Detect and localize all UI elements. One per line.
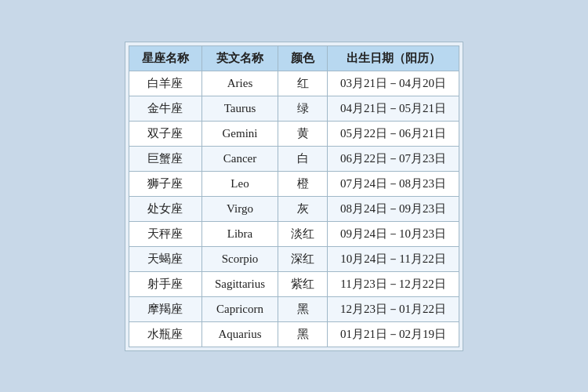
cell-color: 绿 [278, 96, 328, 121]
cell-dates: 01月21日－02月19日 [328, 321, 459, 347]
cell-dates: 07月24日－08月23日 [328, 171, 459, 196]
table-row: 天秤座Libra淡红09月24日－10月23日 [129, 221, 459, 246]
cell-dates: 11月23日－12月22日 [328, 271, 459, 296]
cell-dates: 06月22日－07月23日 [328, 146, 459, 171]
cell-dates: 09月24日－10月23日 [328, 221, 459, 246]
table-row: 水瓶座Aquarius黑01月21日－02月19日 [129, 321, 459, 347]
table-row: 处女座Virgo灰08月24日－09月23日 [129, 196, 459, 221]
col-header-english: 英文名称 [201, 45, 278, 71]
cell-chinese: 摩羯座 [129, 296, 201, 321]
cell-color: 黑 [278, 296, 328, 321]
cell-color: 白 [278, 146, 328, 171]
cell-color: 红 [278, 71, 328, 96]
cell-english: Scorpio [201, 246, 278, 271]
cell-chinese: 天秤座 [129, 221, 201, 246]
cell-color: 深红 [278, 246, 328, 271]
zodiac-table-container: 星座名称 英文名称 颜色 出生日期（阳历） 白羊座Aries红03月21日－04… [125, 42, 463, 351]
table-row: 摩羯座Capricorn黑12月23日－01月22日 [129, 296, 459, 321]
cell-color: 黄 [278, 121, 328, 146]
table-row: 天蝎座Scorpio深红10月24日－11月22日 [129, 246, 459, 271]
cell-dates: 10月24日－11月22日 [328, 246, 459, 271]
cell-color: 黑 [278, 321, 328, 347]
cell-chinese: 双子座 [129, 121, 201, 146]
cell-color: 紫红 [278, 271, 328, 296]
col-header-dates: 出生日期（阳历） [328, 45, 459, 71]
cell-color: 橙 [278, 171, 328, 196]
table-row: 双子座Gemini黄05月22日－06月21日 [129, 121, 459, 146]
table-row: 射手座Sagittarius紫红11月23日－12月22日 [129, 271, 459, 296]
table-row: 巨蟹座Cancer白06月22日－07月23日 [129, 146, 459, 171]
cell-dates: 08月24日－09月23日 [328, 196, 459, 221]
cell-chinese: 金牛座 [129, 96, 201, 121]
cell-dates: 03月21日－04月20日 [328, 71, 459, 96]
cell-english: Aries [201, 71, 278, 96]
table-row: 白羊座Aries红03月21日－04月20日 [129, 71, 459, 96]
cell-english: Taurus [201, 96, 278, 121]
zodiac-table: 星座名称 英文名称 颜色 出生日期（阳历） 白羊座Aries红03月21日－04… [129, 45, 459, 347]
table-row: 金牛座Taurus绿04月21日－05月21日 [129, 96, 459, 121]
cell-english: Gemini [201, 121, 278, 146]
col-header-chinese: 星座名称 [129, 45, 201, 71]
cell-dates: 12月23日－01月22日 [328, 296, 459, 321]
cell-chinese: 天蝎座 [129, 246, 201, 271]
cell-dates: 04月21日－05月21日 [328, 96, 459, 121]
cell-english: Libra [201, 221, 278, 246]
cell-color: 淡红 [278, 221, 328, 246]
col-header-color: 颜色 [278, 45, 328, 71]
cell-english: Sagittarius [201, 271, 278, 296]
cell-chinese: 狮子座 [129, 171, 201, 196]
cell-chinese: 白羊座 [129, 71, 201, 96]
cell-english: Aquarius [201, 321, 278, 347]
table-row: 狮子座Leo橙07月24日－08月23日 [129, 171, 459, 196]
cell-color: 灰 [278, 196, 328, 221]
cell-english: Leo [201, 171, 278, 196]
cell-chinese: 巨蟹座 [129, 146, 201, 171]
cell-chinese: 射手座 [129, 271, 201, 296]
cell-english: Cancer [201, 146, 278, 171]
cell-english: Virgo [201, 196, 278, 221]
cell-chinese: 处女座 [129, 196, 201, 221]
cell-chinese: 水瓶座 [129, 321, 201, 347]
table-header-row: 星座名称 英文名称 颜色 出生日期（阳历） [129, 45, 459, 71]
cell-english: Capricorn [201, 296, 278, 321]
cell-dates: 05月22日－06月21日 [328, 121, 459, 146]
